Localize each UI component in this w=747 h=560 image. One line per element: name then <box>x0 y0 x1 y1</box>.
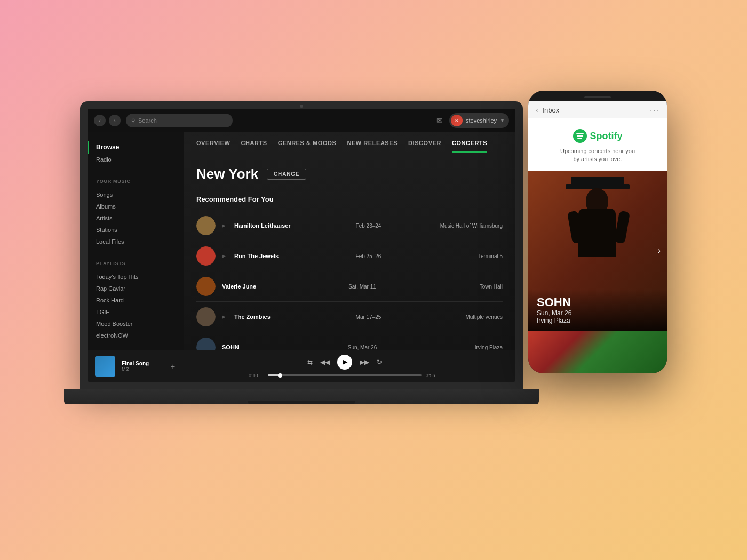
city-header: New York CHANGE <box>196 166 503 182</box>
sidebar-item-radio[interactable]: Radio <box>88 154 184 165</box>
repeat-button[interactable]: ↻ <box>377 358 382 366</box>
concert-date-0: Feb 23–24 <box>333 223 403 229</box>
track-name: Final Song <box>122 361 164 366</box>
sidebar-item-playlist-3[interactable]: TGIF <box>88 306 184 318</box>
playlists-label: PLAYLISTS <box>88 258 184 269</box>
main-content: OVERVIEW CHARTS GENRES & MOODS NEW RELEA… <box>184 132 515 350</box>
table-row[interactable]: Valerie June Sat, Mar 11 Town Hall <box>196 271 503 302</box>
spotify-logo-circle <box>573 129 587 143</box>
sidebar-item-playlist-5[interactable]: electroNOW <box>88 330 184 341</box>
phone-back-icon[interactable]: ‹ <box>536 106 538 114</box>
tab-new-releases[interactable]: NEW RELEASES <box>347 140 398 153</box>
phone-bottom-card[interactable] <box>528 331 667 373</box>
player-progress[interactable]: 0:10 3:56 <box>249 373 441 378</box>
concert-list: ▶ Hamilton Leithauser Feb 23–24 Music Ha… <box>196 211 503 350</box>
phone-spotify-card: Spotify Upcoming concerts near youby art… <box>528 118 667 171</box>
concert-date-2: Sat, Mar 11 <box>326 284 399 290</box>
concert-date-1: Feb 25–26 <box>333 253 403 259</box>
tab-overview[interactable]: OVERVIEW <box>196 140 231 153</box>
browse-label: Browse <box>96 143 119 151</box>
recommended-section-title: Recommended For You <box>196 195 503 203</box>
concert-venue-1: Terminal 5 <box>410 253 503 259</box>
phone-concert-date: Sun, Mar 26 <box>537 309 658 317</box>
artist-name-0: Hamilton Leithauser <box>234 222 327 229</box>
artist-name-3: The Zombies <box>234 314 327 320</box>
artist-avatar-0 <box>196 216 216 235</box>
concert-venue-2: Town Hall <box>405 284 503 290</box>
progress-bar[interactable] <box>268 374 422 376</box>
next-button[interactable]: ▶▶ <box>360 358 369 366</box>
total-time: 3:56 <box>426 373 441 378</box>
radio-label: Radio <box>96 156 112 163</box>
track-thumbnail <box>95 356 115 377</box>
artist-name-4: SOHN <box>222 344 320 350</box>
phone-next-icon[interactable]: › <box>658 246 661 255</box>
body-shape <box>578 209 616 257</box>
inbox-icon[interactable]: ✉ <box>436 116 443 125</box>
sidebar-item-songs[interactable]: Songs <box>88 189 184 201</box>
concert-venue-4: Irving Plaza <box>405 345 503 350</box>
tab-concerts[interactable]: CONCERTS <box>452 140 487 153</box>
table-row[interactable]: ▶ The Zombies Mar 17–25 Multiple venues <box>196 302 503 332</box>
nav-tabs: OVERVIEW CHARTS GENRES & MOODS NEW RELEA… <box>184 132 515 153</box>
concert-date-4: Sun, Mar 26 <box>326 345 399 350</box>
phone: ‹ Inbox ··· Spotify Upcoming conc <box>528 91 667 373</box>
phone-speaker <box>584 96 611 98</box>
search-bar[interactable]: ⚲ Search <box>126 114 233 127</box>
forward-button[interactable]: › <box>109 115 121 126</box>
expand-icon-3: ▶ <box>222 314 226 319</box>
sidebar-item-playlist-2[interactable]: Rock Hard <box>88 294 184 306</box>
user-name: steveshirley <box>466 117 497 124</box>
sidebar-item-playlist-1[interactable]: Rap Caviar <box>88 283 184 294</box>
phone-concert-venue: Irving Plaza <box>537 317 658 324</box>
table-row[interactable]: SOHN Sun, Mar 26 Irving Plaza <box>196 332 503 350</box>
sidebar-item-stations[interactable]: Stations <box>88 224 184 236</box>
shuffle-button[interactable]: ⇆ <box>307 358 313 366</box>
change-city-button[interactable]: CHANGE <box>267 169 306 180</box>
spotify-tagline: Upcoming concerts near youby artists you… <box>560 147 635 164</box>
laptop: ‹ › ⚲ Search ✉ S steveshirley ▼ <box>80 101 523 464</box>
tab-discover[interactable]: DISCOVER <box>408 140 441 153</box>
concerts-content: New York CHANGE Recommended For You <box>184 153 515 350</box>
sidebar-item-playlist-4[interactable]: Mood Booster <box>88 318 184 330</box>
artist-avatar-3 <box>196 307 216 326</box>
user-badge[interactable]: S steveshirley ▼ <box>449 113 509 128</box>
table-row[interactable]: ▶ Hamilton Leithauser Feb 23–24 Music Ha… <box>196 211 503 241</box>
expand-icon-1: ▶ <box>222 253 226 259</box>
back-button[interactable]: ‹ <box>94 115 106 126</box>
right-arm-shape <box>614 211 630 244</box>
your-music-label: YOUR MUSIC <box>88 176 184 187</box>
add-to-playlist-icon[interactable]: + <box>171 362 175 371</box>
sidebar-item-artists[interactable]: Artists <box>88 212 184 224</box>
previous-button[interactable]: ◀◀ <box>320 358 330 366</box>
sidebar-item-local-files[interactable]: Local Files <box>88 236 184 247</box>
sidebar: Browse Radio YOUR MUSIC Songs <box>88 132 184 350</box>
nav-arrows: ‹ › <box>94 115 121 126</box>
player-buttons: ⇆ ◀◀ ▶ ▶▶ ↻ <box>307 355 382 370</box>
sidebar-item-playlist-0[interactable]: Today's Top Hits <box>88 271 184 283</box>
laptop-screen: ‹ › ⚲ Search ✉ S steveshirley ▼ <box>88 109 515 382</box>
concert-date-3: Mar 17–25 <box>333 314 403 320</box>
table-row[interactable]: ▶ Run The Jewels Feb 25–26 Terminal 5 <box>196 241 503 271</box>
phone-screen: ‹ Inbox ··· Spotify Upcoming conc <box>528 101 667 373</box>
phone-concert-card[interactable]: SOHN Sun, Mar 26 Irving Plaza › <box>528 171 667 331</box>
laptop-camera <box>300 105 303 108</box>
avatar: S <box>451 115 463 126</box>
play-button[interactable]: ▶ <box>337 355 352 370</box>
track-info: Final Song MØ <box>122 361 164 372</box>
search-placeholder: Search <box>138 117 157 124</box>
sidebar-your-music: YOUR MUSIC Songs Albums Artists <box>88 176 184 247</box>
sidebar-browse-section: Browse Radio <box>88 141 184 165</box>
sidebar-item-browse[interactable]: Browse <box>88 141 184 154</box>
scene: ‹ › ⚲ Search ✉ S steveshirley ▼ <box>80 80 667 480</box>
search-icon: ⚲ <box>131 118 135 124</box>
artist-name-1: Run The Jewels <box>234 253 327 259</box>
phone-inbox-label: Inbox <box>542 106 646 114</box>
tab-genres[interactable]: GENRES & MOODS <box>278 140 337 153</box>
sidebar-item-albums[interactable]: Albums <box>88 201 184 212</box>
tab-charts[interactable]: CHARTS <box>241 140 267 153</box>
sidebar-playlists: PLAYLISTS Today's Top Hits Rap Caviar Ro… <box>88 258 184 341</box>
spotify-waves-icon <box>576 133 584 139</box>
phone-concert-info: SOHN Sun, Mar 26 Irving Plaza <box>528 289 667 331</box>
phone-more-icon[interactable]: ··· <box>650 106 659 114</box>
